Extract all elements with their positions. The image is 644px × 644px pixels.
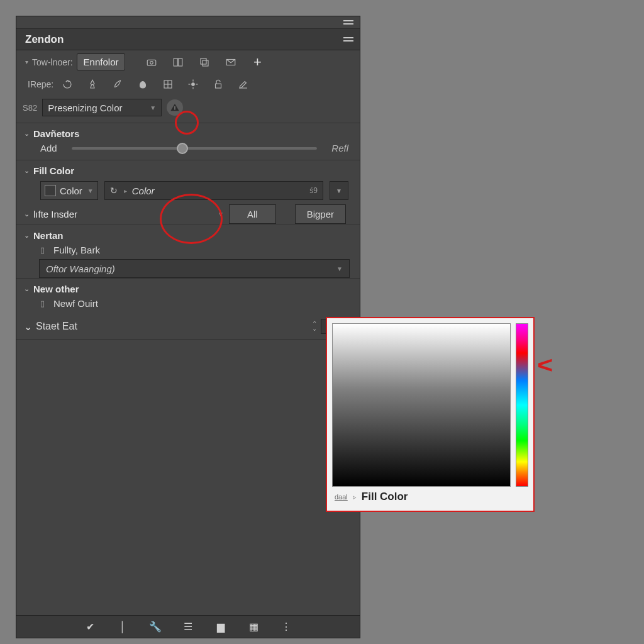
plus-icon[interactable]: + <box>251 56 264 69</box>
staet-header[interactable]: ⌄ Staet Eat <box>24 321 77 333</box>
row1-label: Tow-lnoer: <box>32 57 73 67</box>
annotation-arrow: < <box>537 352 553 379</box>
color-swatch <box>45 185 56 196</box>
slider-right-label: Refl <box>323 143 348 153</box>
panel-menu-icon[interactable] <box>343 20 353 25</box>
fill-color-row: Color ▼ ↻ ▸ Color ś9 ▼ <box>16 177 360 204</box>
panels-icon[interactable] <box>172 56 184 69</box>
chevron-down-icon: ⌄ <box>24 321 32 333</box>
newother-sub-row: ▯ Newf Ouirt <box>16 296 360 314</box>
color-mode-label: Color <box>132 186 155 196</box>
chevron-down-icon: ▼ <box>336 265 343 272</box>
svg-point-10 <box>192 83 195 86</box>
section-staet: ⌄ Staet Eat ⌃⌄ ▢ <box>16 314 360 340</box>
properties-panel: Zendon ▾ Tow-lnoer: Ennfolor + IRepe: <box>16 16 360 638</box>
staet-label: Staet Eat <box>36 321 77 332</box>
panel-topbar <box>16 16 360 29</box>
feather-icon[interactable] <box>111 78 124 91</box>
svg-rect-0 <box>148 60 157 65</box>
davnetors-label: Davñetors <box>33 128 79 139</box>
duplicate-icon[interactable] <box>198 56 211 69</box>
color-more-button[interactable]: ▼ <box>330 181 348 200</box>
picker-link[interactable]: daal <box>335 493 348 501</box>
svg-rect-5 <box>203 60 208 66</box>
davnetors-slider-row: Add Refl <box>16 140 360 160</box>
section-fill-color[interactable]: ⌄ Fill Color <box>16 160 360 177</box>
panel-titlebar: Zendon <box>16 29 360 50</box>
color-gradient-field[interactable] <box>332 323 511 487</box>
section-insider[interactable]: ⌄ lıfte Insder <box>16 204 82 225</box>
caret-icon: ▸ <box>124 187 127 194</box>
fillcolor-label: Fill Color <box>33 165 74 176</box>
section-new-other[interactable]: ⌄ New other <box>16 279 360 296</box>
svg-rect-3 <box>179 58 182 66</box>
svg-rect-15 <box>216 84 221 88</box>
toolbar-row-2: IRepe: <box>16 74 360 95</box>
nertan-dd-value: Oftor Waanging) <box>46 264 115 274</box>
all-button[interactable]: All <box>229 204 276 224</box>
color-mode-tail: ś9 <box>309 186 318 195</box>
sparkle-icon[interactable] <box>187 78 199 91</box>
caret-icon: ▹ <box>353 493 357 501</box>
chevron-down-icon: ⌄ <box>24 210 30 218</box>
newother-sub-label: Newf Ouirt <box>53 298 98 309</box>
chevron-down-icon: ▼ <box>150 104 156 111</box>
page-icon: ▯ <box>40 245 45 255</box>
chevron-down-icon: ▼ <box>87 187 94 194</box>
nertan-label: Nertan <box>33 230 64 241</box>
chevron-down-icon[interactable]: ▼ <box>218 211 224 218</box>
grid-icon[interactable] <box>162 78 174 91</box>
hue-slider[interactable] <box>516 323 528 487</box>
swatch-label: Color <box>60 186 82 196</box>
caret-icon: ▾ <box>25 58 28 65</box>
camera-icon[interactable] <box>145 56 158 69</box>
nertan-sub-label: Fullty, Bark <box>53 245 100 255</box>
svg-rect-4 <box>201 58 206 64</box>
newother-label: New other <box>33 284 79 294</box>
color-mode-dropdown[interactable]: ↻ ▸ Color ś9 <box>104 181 323 200</box>
toolbar-row-1: ▾ Tow-lnoer: Ennfolor + <box>16 50 360 74</box>
panel-flyout-icon[interactable] <box>343 37 353 42</box>
color-swatch-dropdown[interactable]: Color ▼ <box>40 181 98 200</box>
checkmark-icon[interactable]: ✔ <box>84 621 96 633</box>
folder-icon[interactable]: ▆ <box>214 621 227 633</box>
more-icon[interactable]: ⋮ <box>280 621 292 633</box>
swirl-icon[interactable] <box>61 78 74 91</box>
preset-tag: S82 <box>23 103 37 113</box>
divider-icon: │ <box>116 621 129 633</box>
preset-dropdown[interactable]: Presenizing Color ▼ <box>42 99 162 116</box>
panel-title: Zendon <box>25 33 64 46</box>
davnetors-slider[interactable] <box>72 147 317 150</box>
blob-icon[interactable] <box>136 78 149 91</box>
unlock-icon[interactable] <box>212 78 225 91</box>
grid-small-icon[interactable]: ▦ <box>247 621 260 633</box>
nertan-sub-row: ▯ Fullty, Bark <box>16 242 360 257</box>
row2-label: IRepe: <box>28 79 53 89</box>
bigper-button[interactable]: Bigper <box>295 204 346 224</box>
insider-label: lıfte Insder <box>33 209 77 219</box>
brush-icon[interactable] <box>86 78 99 91</box>
icon-strip-2 <box>57 77 250 92</box>
picker-title: Fill Color <box>362 491 408 503</box>
panel-bottom-bar: ✔ │ 🔧 ☰ ▆ ▦ ⋮ <box>16 615 360 638</box>
svg-rect-17 <box>174 106 175 109</box>
color-picker-popup: daal ▹ Fill Color <box>326 317 535 512</box>
section-nertan[interactable]: ⌄ Nertan <box>16 225 360 242</box>
preset-row: S82 Presenizing Color ▼ <box>16 95 360 123</box>
list-icon[interactable]: ☰ <box>182 621 194 633</box>
preset-value: Presenizing Color <box>48 103 122 113</box>
pen-icon[interactable] <box>237 78 250 91</box>
ennfolor-button[interactable]: Ennfolor <box>77 53 126 70</box>
svg-rect-2 <box>174 58 178 66</box>
chevron-down-icon: ⌄ <box>24 167 30 175</box>
chevron-down-icon: ⌄ <box>24 285 30 293</box>
slider-thumb[interactable] <box>177 143 188 154</box>
svg-point-1 <box>150 61 153 64</box>
svg-rect-18 <box>174 109 175 110</box>
section-davnetors[interactable]: ⌄ Davñetors <box>16 123 360 140</box>
nertan-dropdown[interactable]: Oftor Waanging) ▼ <box>39 259 350 278</box>
tool-icon[interactable]: 🔧 <box>149 621 162 633</box>
stepper-control[interactable]: ⌃⌄ <box>312 321 317 331</box>
mail-icon[interactable] <box>225 56 237 69</box>
warning-badge[interactable] <box>167 99 183 116</box>
